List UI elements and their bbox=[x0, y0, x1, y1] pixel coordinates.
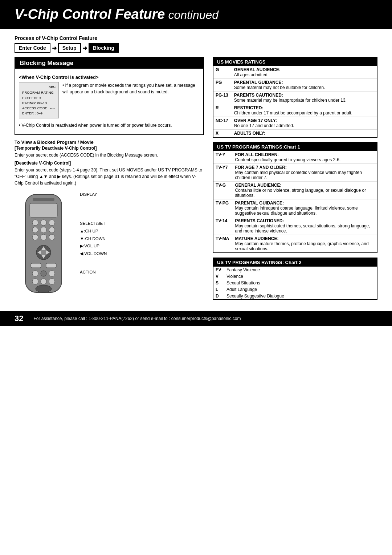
svg-rect-1 bbox=[33, 198, 54, 201]
rating-code: S bbox=[213, 280, 224, 286]
temp-deactivate-body: Enter your secret code (ACCESS CODE) in … bbox=[15, 152, 204, 158]
rating-desc: Violence bbox=[224, 273, 377, 280]
rating-desc: GENERAL AUDIENCE:Contains little or no v… bbox=[233, 182, 377, 199]
us-tv-chart1-table: TV-YFOR ALL CHILDREN:Content specificall… bbox=[213, 151, 377, 252]
rating-code: TV-14 bbox=[213, 217, 233, 235]
svg-point-8 bbox=[49, 227, 55, 233]
rating-code: L bbox=[213, 286, 224, 293]
left-section: Blocking Message <When V-Chip Control is… bbox=[15, 57, 204, 304]
right-section: US MOVIES RATINGS GGENERAL AUDIENCE:All … bbox=[213, 57, 377, 304]
to-view-section: To View a Blocked Program / Movie [Tempo… bbox=[15, 139, 204, 186]
rating-desc: PARENTS CAUTIONED:May contain sophistica… bbox=[233, 217, 377, 235]
page: V-Chip Control Feature continued Process… bbox=[0, 0, 392, 555]
svg-point-21 bbox=[41, 271, 46, 276]
enter-code-bar: Enter Code ➜ Setup ➜ Blocking bbox=[15, 43, 377, 53]
screen-line-3: ACCESS CODE ---- bbox=[22, 106, 56, 111]
svg-point-11 bbox=[49, 234, 55, 240]
rating-desc: Sexual Situations bbox=[224, 280, 377, 286]
rating-code: PG-13 bbox=[213, 92, 232, 104]
remote-diagram bbox=[15, 191, 73, 301]
screen-line-4: ENTER : 0–9 bbox=[22, 111, 56, 116]
svg-point-23 bbox=[32, 279, 38, 284]
table-row: TV-Y7FOR AGE 7 AND OLDER:May contain mil… bbox=[213, 164, 377, 182]
table-row: LAdult Language bbox=[213, 286, 377, 293]
rating-code: D bbox=[213, 293, 224, 299]
table-row: TV-YFOR ALL CHILDREN:Content specificall… bbox=[213, 151, 377, 164]
us-movies-header: US MOVIES RATINGS bbox=[213, 58, 377, 66]
screen-line-2: RATING: PG-13 bbox=[22, 101, 56, 106]
select-set-label: SELECT/SET bbox=[80, 220, 107, 227]
deactivate-body: Enter your secret code (steps 1-4 page 3… bbox=[15, 167, 204, 186]
table-row: PG-13PARENTS CAUTIONED:Some material may… bbox=[213, 92, 377, 104]
vol-down-label: ◀:VOL DOWN bbox=[80, 250, 107, 258]
rating-code: PG bbox=[213, 79, 232, 92]
rating-desc: FOR AGE 7 AND OLDER:May contain mild phy… bbox=[233, 164, 377, 182]
table-row: XADULTS ONLY: bbox=[213, 130, 377, 137]
rating-code: TV-Y bbox=[213, 151, 233, 164]
arrow2: ➜ bbox=[82, 45, 87, 52]
svg-point-25 bbox=[49, 279, 55, 284]
rating-desc: RESTRICTED:Children under 17 must be acc… bbox=[232, 104, 377, 117]
blocking-message-section: Blocking Message <When V-Chip Control is… bbox=[15, 57, 204, 135]
display-label: DISPLAY bbox=[80, 191, 107, 198]
rating-code: FV bbox=[213, 267, 224, 273]
action-label: ACTION bbox=[80, 268, 107, 276]
rating-desc: FOR ALL CHILDREN:Content specifically ge… bbox=[233, 151, 377, 164]
rating-code: TV-MA bbox=[213, 235, 233, 253]
svg-point-4 bbox=[41, 220, 46, 226]
rating-code: TV-Y7 bbox=[213, 164, 233, 182]
table-row: NC-17OVER AGE 17 ONLY:No one 17 and unde… bbox=[213, 117, 377, 130]
deactivate-title: [Deactivate V-Chip Control] bbox=[15, 161, 204, 166]
rating-code: V bbox=[213, 273, 224, 280]
screen-title: ABC bbox=[22, 84, 56, 89]
blocking-message-header: Blocking Message bbox=[15, 58, 203, 69]
rating-code: TV-G bbox=[213, 182, 233, 199]
temp-deactivate-title: [Temporarily Deactivate V-Chip Control] bbox=[15, 146, 204, 151]
rating-desc: Adult Language bbox=[224, 286, 377, 293]
svg-rect-19 bbox=[46, 263, 56, 268]
ch-up-label: ▲:CH UP bbox=[80, 227, 107, 235]
table-row: TV-GGENERAL AUDIENCE:Contains little or … bbox=[213, 182, 377, 199]
us-tv-chart2: US TV PROGRAMS RATINGS: Chart 2 FVFantas… bbox=[213, 258, 377, 300]
svg-point-3 bbox=[32, 220, 38, 226]
svg-rect-2 bbox=[30, 203, 57, 217]
table-row: SSexual Situations bbox=[213, 280, 377, 286]
rating-desc: Fantasy Violence bbox=[224, 267, 377, 273]
table-row: RRESTRICTED:Children under 17 must be ac… bbox=[213, 104, 377, 117]
table-row: TV-MAMATURE AUDIENCE:May contain mature … bbox=[213, 235, 377, 253]
us-tv-chart1-header: US TV PROGRAMS RATINGS:Chart 1 bbox=[213, 143, 377, 151]
main-title-bar: V-Chip Control Feature continued bbox=[0, 0, 392, 29]
main-layout: Blocking Message <When V-Chip Control is… bbox=[0, 57, 392, 304]
us-tv-chart2-table: FVFantasy ViolenceVViolenceSSexual Situa… bbox=[213, 267, 377, 299]
rating-desc: Sexually Suggestive Dialogue bbox=[224, 293, 377, 299]
program-screen: ABC PROGRAM RATING EXCEEDED RATING: PG-1… bbox=[19, 82, 200, 118]
ch-down-label: ▼:CH DOWN bbox=[80, 235, 107, 243]
page-number: 32 bbox=[15, 314, 23, 323]
rating-code: TV-PG bbox=[213, 199, 233, 217]
rating-desc: MATURE AUDIENCE:May contain mature theme… bbox=[233, 235, 377, 253]
bottom-text: For assistance, please call : 1-800-211-… bbox=[33, 316, 241, 321]
svg-rect-18 bbox=[31, 263, 41, 268]
screen-line-1: PROGRAM RATING EXCEEDED bbox=[22, 90, 56, 101]
table-row: PGPARENTAL GUIDANCE:Some material may no… bbox=[213, 79, 377, 92]
table-row: GGENERAL AUDIENCE:All ages admitted. bbox=[213, 66, 377, 79]
svg-point-9 bbox=[32, 234, 38, 240]
screen-box: ABC PROGRAM RATING EXCEEDED RATING: PG-1… bbox=[19, 82, 59, 118]
svg-point-7 bbox=[41, 227, 46, 233]
bullet-text-2: • V-Chip Control is reactivated when pow… bbox=[19, 122, 200, 129]
rating-desc: PARENTS CAUTIONED:Some material may be i… bbox=[232, 92, 377, 104]
remote-labels: DISPLAY SELECT/SET ▲:CH UP ▼:CH DOWN ▶:V… bbox=[80, 191, 107, 276]
rating-code: X bbox=[213, 130, 232, 137]
us-tv-chart2-header: US TV PROGRAMS RATINGS: Chart 2 bbox=[213, 258, 377, 267]
enter-code-box: Enter Code bbox=[15, 43, 50, 53]
process-title: Process of V-Chip Control Feature bbox=[15, 35, 377, 41]
table-row: TV-14PARENTS CAUTIONED:May contain sophi… bbox=[213, 217, 377, 235]
continued-label: continued bbox=[165, 8, 219, 21]
us-movies-table: GGENERAL AUDIENCE:All ages admitted.PGPA… bbox=[213, 66, 377, 137]
rating-desc: PARENTAL GUIDANCE:Some material may not … bbox=[232, 79, 377, 92]
rating-code: G bbox=[213, 66, 232, 79]
setup-box: Setup bbox=[58, 43, 81, 53]
rating-desc: ADULTS ONLY: bbox=[232, 130, 377, 137]
rating-code: NC-17 bbox=[213, 117, 232, 130]
svg-point-6 bbox=[32, 227, 38, 233]
